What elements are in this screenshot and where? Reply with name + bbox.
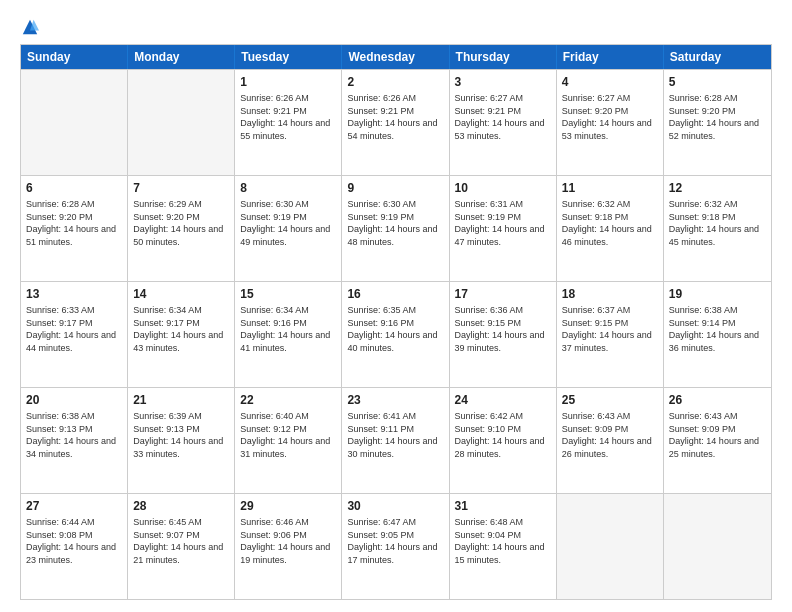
cal-cell: 24Sunrise: 6:42 AMSunset: 9:10 PMDayligh…	[450, 388, 557, 493]
cell-info: Sunrise: 6:31 AMSunset: 9:19 PMDaylight:…	[455, 198, 551, 248]
logo-text	[20, 18, 40, 36]
day-number: 4	[562, 74, 658, 90]
cal-cell: 12Sunrise: 6:32 AMSunset: 9:18 PMDayligh…	[664, 176, 771, 281]
day-number: 22	[240, 392, 336, 408]
header-day-wednesday: Wednesday	[342, 45, 449, 69]
cal-cell: 15Sunrise: 6:34 AMSunset: 9:16 PMDayligh…	[235, 282, 342, 387]
day-number: 28	[133, 498, 229, 514]
cell-info: Sunrise: 6:32 AMSunset: 9:18 PMDaylight:…	[562, 198, 658, 248]
cell-info: Sunrise: 6:28 AMSunset: 9:20 PMDaylight:…	[669, 92, 766, 142]
cell-info: Sunrise: 6:30 AMSunset: 9:19 PMDaylight:…	[240, 198, 336, 248]
cal-cell: 18Sunrise: 6:37 AMSunset: 9:15 PMDayligh…	[557, 282, 664, 387]
day-number: 6	[26, 180, 122, 196]
cal-cell: 14Sunrise: 6:34 AMSunset: 9:17 PMDayligh…	[128, 282, 235, 387]
cell-info: Sunrise: 6:37 AMSunset: 9:15 PMDaylight:…	[562, 304, 658, 354]
cal-cell: 8Sunrise: 6:30 AMSunset: 9:19 PMDaylight…	[235, 176, 342, 281]
cell-info: Sunrise: 6:26 AMSunset: 9:21 PMDaylight:…	[240, 92, 336, 142]
cal-cell: 29Sunrise: 6:46 AMSunset: 9:06 PMDayligh…	[235, 494, 342, 599]
header-day-friday: Friday	[557, 45, 664, 69]
day-number: 26	[669, 392, 766, 408]
day-number: 8	[240, 180, 336, 196]
day-number: 14	[133, 286, 229, 302]
cell-info: Sunrise: 6:38 AMSunset: 9:14 PMDaylight:…	[669, 304, 766, 354]
cal-cell: 19Sunrise: 6:38 AMSunset: 9:14 PMDayligh…	[664, 282, 771, 387]
cal-cell: 10Sunrise: 6:31 AMSunset: 9:19 PMDayligh…	[450, 176, 557, 281]
day-number: 24	[455, 392, 551, 408]
cell-info: Sunrise: 6:32 AMSunset: 9:18 PMDaylight:…	[669, 198, 766, 248]
cell-info: Sunrise: 6:40 AMSunset: 9:12 PMDaylight:…	[240, 410, 336, 460]
cal-cell: 1Sunrise: 6:26 AMSunset: 9:21 PMDaylight…	[235, 70, 342, 175]
cal-cell: 5Sunrise: 6:28 AMSunset: 9:20 PMDaylight…	[664, 70, 771, 175]
cell-info: Sunrise: 6:34 AMSunset: 9:17 PMDaylight:…	[133, 304, 229, 354]
cell-info: Sunrise: 6:27 AMSunset: 9:21 PMDaylight:…	[455, 92, 551, 142]
cell-info: Sunrise: 6:43 AMSunset: 9:09 PMDaylight:…	[562, 410, 658, 460]
day-number: 3	[455, 74, 551, 90]
day-number: 25	[562, 392, 658, 408]
logo	[20, 18, 40, 36]
header	[20, 18, 772, 36]
cal-cell: 2Sunrise: 6:26 AMSunset: 9:21 PMDaylight…	[342, 70, 449, 175]
cal-cell	[21, 70, 128, 175]
day-number: 9	[347, 180, 443, 196]
week-row-5: 27Sunrise: 6:44 AMSunset: 9:08 PMDayligh…	[21, 493, 771, 599]
week-row-1: 1Sunrise: 6:26 AMSunset: 9:21 PMDaylight…	[21, 69, 771, 175]
cell-info: Sunrise: 6:27 AMSunset: 9:20 PMDaylight:…	[562, 92, 658, 142]
cell-info: Sunrise: 6:39 AMSunset: 9:13 PMDaylight:…	[133, 410, 229, 460]
cal-cell: 22Sunrise: 6:40 AMSunset: 9:12 PMDayligh…	[235, 388, 342, 493]
calendar-body: 1Sunrise: 6:26 AMSunset: 9:21 PMDaylight…	[21, 69, 771, 599]
week-row-3: 13Sunrise: 6:33 AMSunset: 9:17 PMDayligh…	[21, 281, 771, 387]
calendar-header: SundayMondayTuesdayWednesdayThursdayFrid…	[21, 45, 771, 69]
cal-cell: 31Sunrise: 6:48 AMSunset: 9:04 PMDayligh…	[450, 494, 557, 599]
day-number: 30	[347, 498, 443, 514]
day-number: 18	[562, 286, 658, 302]
day-number: 12	[669, 180, 766, 196]
cal-cell: 7Sunrise: 6:29 AMSunset: 9:20 PMDaylight…	[128, 176, 235, 281]
cell-info: Sunrise: 6:28 AMSunset: 9:20 PMDaylight:…	[26, 198, 122, 248]
day-number: 1	[240, 74, 336, 90]
day-number: 29	[240, 498, 336, 514]
cal-cell: 26Sunrise: 6:43 AMSunset: 9:09 PMDayligh…	[664, 388, 771, 493]
week-row-2: 6Sunrise: 6:28 AMSunset: 9:20 PMDaylight…	[21, 175, 771, 281]
cal-cell: 3Sunrise: 6:27 AMSunset: 9:21 PMDaylight…	[450, 70, 557, 175]
calendar: SundayMondayTuesdayWednesdayThursdayFrid…	[20, 44, 772, 600]
cal-cell	[664, 494, 771, 599]
cal-cell: 9Sunrise: 6:30 AMSunset: 9:19 PMDaylight…	[342, 176, 449, 281]
cal-cell: 16Sunrise: 6:35 AMSunset: 9:16 PMDayligh…	[342, 282, 449, 387]
day-number: 19	[669, 286, 766, 302]
cal-cell: 17Sunrise: 6:36 AMSunset: 9:15 PMDayligh…	[450, 282, 557, 387]
day-number: 10	[455, 180, 551, 196]
header-day-saturday: Saturday	[664, 45, 771, 69]
cal-cell: 25Sunrise: 6:43 AMSunset: 9:09 PMDayligh…	[557, 388, 664, 493]
day-number: 27	[26, 498, 122, 514]
cell-info: Sunrise: 6:42 AMSunset: 9:10 PMDaylight:…	[455, 410, 551, 460]
header-day-monday: Monday	[128, 45, 235, 69]
cal-cell	[557, 494, 664, 599]
cell-info: Sunrise: 6:44 AMSunset: 9:08 PMDaylight:…	[26, 516, 122, 566]
cell-info: Sunrise: 6:34 AMSunset: 9:16 PMDaylight:…	[240, 304, 336, 354]
day-number: 15	[240, 286, 336, 302]
day-number: 23	[347, 392, 443, 408]
week-row-4: 20Sunrise: 6:38 AMSunset: 9:13 PMDayligh…	[21, 387, 771, 493]
cell-info: Sunrise: 6:41 AMSunset: 9:11 PMDaylight:…	[347, 410, 443, 460]
cell-info: Sunrise: 6:30 AMSunset: 9:19 PMDaylight:…	[347, 198, 443, 248]
day-number: 20	[26, 392, 122, 408]
page: SundayMondayTuesdayWednesdayThursdayFrid…	[0, 0, 792, 612]
day-number: 13	[26, 286, 122, 302]
cal-cell: 11Sunrise: 6:32 AMSunset: 9:18 PMDayligh…	[557, 176, 664, 281]
cal-cell: 30Sunrise: 6:47 AMSunset: 9:05 PMDayligh…	[342, 494, 449, 599]
cal-cell: 20Sunrise: 6:38 AMSunset: 9:13 PMDayligh…	[21, 388, 128, 493]
day-number: 31	[455, 498, 551, 514]
cell-info: Sunrise: 6:45 AMSunset: 9:07 PMDaylight:…	[133, 516, 229, 566]
cell-info: Sunrise: 6:46 AMSunset: 9:06 PMDaylight:…	[240, 516, 336, 566]
day-number: 2	[347, 74, 443, 90]
header-day-thursday: Thursday	[450, 45, 557, 69]
day-number: 7	[133, 180, 229, 196]
day-number: 5	[669, 74, 766, 90]
cal-cell: 13Sunrise: 6:33 AMSunset: 9:17 PMDayligh…	[21, 282, 128, 387]
cell-info: Sunrise: 6:48 AMSunset: 9:04 PMDaylight:…	[455, 516, 551, 566]
day-number: 11	[562, 180, 658, 196]
cal-cell: 6Sunrise: 6:28 AMSunset: 9:20 PMDaylight…	[21, 176, 128, 281]
day-number: 17	[455, 286, 551, 302]
header-day-sunday: Sunday	[21, 45, 128, 69]
cal-cell: 28Sunrise: 6:45 AMSunset: 9:07 PMDayligh…	[128, 494, 235, 599]
